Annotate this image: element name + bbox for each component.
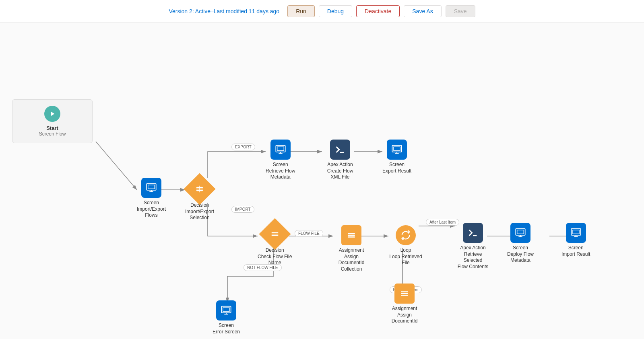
debug-button[interactable]: Debug [319, 5, 352, 17]
flow-canvas: Start Screen Flow Screen Import/Export F… [0, 23, 644, 339]
screen-import-result-label: Screen Import Result [561, 245, 590, 257]
svg-rect-24 [394, 147, 400, 150]
apex-retrieve-selected-node[interactable]: Apex Action Retrieve Selected Flow Conte… [455, 223, 491, 270]
screen-retrieve-flow-node[interactable]: Screen Retrieve Flow Metadata [266, 140, 295, 181]
saveas-button[interactable]: Save As [404, 5, 441, 17]
decision-import-export-label: Decision Import/Export Selection [185, 202, 214, 221]
not-flow-file-label: NOT FLOW FILE [244, 264, 282, 271]
decision-import-export-node[interactable]: Decision Import/Export Selection [185, 178, 214, 221]
assignment-assign-doc2-node[interactable]: Assignment Assign DocumentId [386, 284, 423, 325]
assignment-assign-doc-label: Assignment Assign DocumentId Collection [333, 247, 369, 272]
screen-export-result-label: Screen Export Result [382, 162, 411, 174]
start-subtitle: Screen Flow [39, 131, 66, 137]
export-label: EXPORT [231, 144, 255, 150]
deactivate-button[interactable]: Deactivate [356, 5, 400, 17]
start-node[interactable]: Start Screen Flow [12, 99, 93, 143]
loop-node[interactable]: Loop Loop Retrieved File For Each Item [388, 225, 424, 293]
screen-error-node[interactable]: Screen Error Screen [213, 300, 240, 335]
svg-rect-35 [517, 230, 524, 234]
svg-line-1 [96, 142, 137, 190]
screen-import-export-node[interactable]: Screen Import/Export Flows [137, 178, 166, 219]
version-text: Version 2: Active–Last modified 11 days … [169, 8, 279, 14]
apex-create-flow-xml-node[interactable]: Apex Action Create Flow XML File [322, 140, 358, 181]
apex-create-flow-xml-label: Apex Action Create Flow XML File [322, 162, 358, 181]
loop-label: Loop Loop Retrieved File [388, 247, 424, 266]
svg-rect-46 [223, 308, 229, 311]
header: Version 2: Active–Last modified 11 days … [0, 0, 644, 23]
flow-file-label: FLOW FILE [295, 230, 323, 237]
svg-marker-10 [51, 112, 54, 116]
screen-export-result-node[interactable]: Screen Export Result [382, 140, 411, 174]
save-button[interactable]: Save [446, 5, 475, 17]
apex-retrieve-selected-label: Apex Action Retrieve Selected Flow Conte… [455, 245, 491, 270]
svg-rect-19 [277, 147, 284, 150]
run-button[interactable]: Run [287, 5, 315, 17]
svg-rect-39 [573, 230, 579, 234]
svg-rect-12 [148, 185, 155, 189]
decision-check-flow-node[interactable]: Decision Check Flow File Name [258, 223, 292, 266]
assignment-assign-doc2-label: Assignment Assign DocumentId [386, 306, 423, 325]
start-title: Start [46, 125, 58, 131]
screen-import-export-label: Screen Import/Export Flows [137, 200, 166, 219]
screen-deploy-flow-label: Screen Deploy Flow Metadata [507, 245, 534, 264]
assignment-assign-doc-node[interactable]: Assignment Assign DocumentId Collection [333, 225, 369, 272]
screen-import-result-node[interactable]: Screen Import Result [561, 223, 590, 257]
decision-check-flow-label: Decision Check Flow File Name [258, 247, 292, 266]
after-last-item-label: After Last Item [426, 219, 459, 226]
import-label: IMPORT [231, 206, 254, 213]
screen-error-label: Screen Error Screen [213, 323, 240, 335]
screen-deploy-flow-node[interactable]: Screen Deploy Flow Metadata [507, 223, 534, 264]
screen-retrieve-flow-label: Screen Retrieve Flow Metadata [266, 162, 295, 181]
